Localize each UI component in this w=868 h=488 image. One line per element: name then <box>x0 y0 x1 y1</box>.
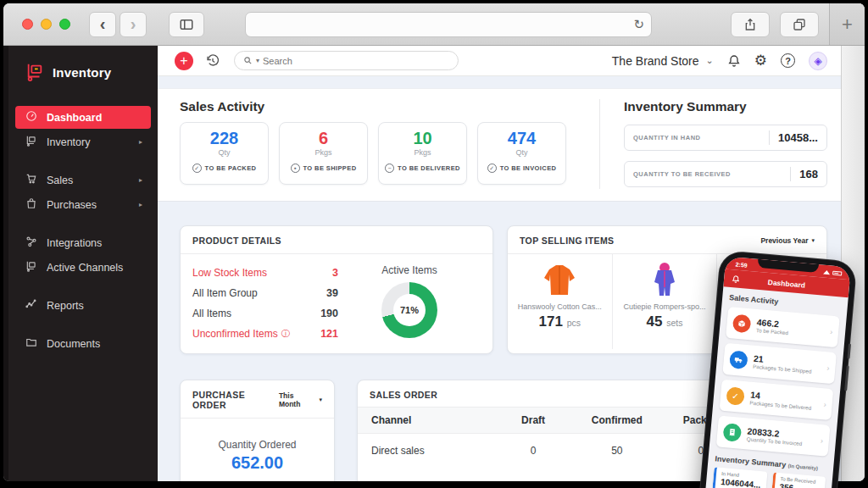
history-clock-icon <box>205 53 220 69</box>
info-icon[interactable]: ⓘ <box>281 328 290 340</box>
row-value: 121 <box>320 328 338 340</box>
phone-in-hand-card[interactable]: In Hand 1046044... <box>712 467 767 488</box>
back-button[interactable]: ‹ <box>89 12 116 37</box>
col-confirmed: Confirmed <box>575 408 659 434</box>
stat-value: 228 <box>210 129 238 147</box>
quantity-to-be-received-field: QUANTITY TO BE RECEIVED 168 <box>624 161 827 187</box>
top-selling-period-dropdown[interactable]: Previous Year ▾ <box>760 236 815 245</box>
search-scope-caret-icon[interactable]: ▾ <box>256 57 259 64</box>
product-details-title: PRODUCT DETAILS <box>192 236 281 246</box>
product-qty: 171 <box>539 313 563 330</box>
phone-to-be-received-card[interactable]: To Be Received 356 <box>771 472 826 488</box>
stat-unit: Pkgs <box>414 148 431 157</box>
sidebar-item-integrations[interactable]: Integrations <box>15 231 151 254</box>
stat-card-to-be-delivered[interactable]: 10 Pkgs − TO BE DELIVERED <box>378 122 467 185</box>
reload-icon[interactable]: ↻ <box>633 17 644 32</box>
stat-card-to-be-packed[interactable]: 228 Qty ✓ TO BE PACKED <box>180 122 269 185</box>
row-value: 190 <box>320 308 338 319</box>
period-label: This Month <box>279 391 316 408</box>
stat-label: TO BE SHIPPED <box>303 164 357 172</box>
sidebar-label-reports: Reports <box>47 300 84 312</box>
sidebar-toggle-icon <box>179 17 194 32</box>
window-controls <box>22 19 70 30</box>
back-icon: ‹ <box>100 14 106 34</box>
handtruck-logo-icon <box>25 63 44 81</box>
stat-label: TO BE DELIVERED <box>398 164 460 172</box>
sidebar-item-sales[interactable]: Sales ▸ <box>15 169 151 191</box>
new-tab-button[interactable]: + <box>829 3 865 45</box>
unconfirmed-items-link[interactable]: Unconfirmed Items <box>192 328 278 340</box>
all-item-group-link[interactable]: All Item Group <box>192 287 258 299</box>
col-channel: Channel <box>358 408 492 434</box>
stat-value: 10 <box>413 129 431 147</box>
tab-overview-button[interactable] <box>780 12 819 37</box>
phone-card-to-be-packed[interactable]: 466.2 To be Packed › <box>726 307 840 347</box>
phone-inventory-summary-title: Inventory Summary <box>715 454 787 469</box>
forward-button[interactable]: › <box>120 12 147 37</box>
chevron-right-icon: › <box>821 436 824 445</box>
sales-activity-title: Sales Activity <box>180 99 594 114</box>
sidebar-item-reports[interactable]: Reports <box>15 294 151 317</box>
address-input[interactable] <box>253 19 633 30</box>
diamond-icon: ◈ <box>814 55 821 67</box>
stat-card-to-be-shipped[interactable]: 6 Pkgs ● TO BE SHIPPED <box>279 122 368 185</box>
quick-create-button[interactable]: + <box>175 52 193 70</box>
search-input[interactable] <box>263 56 449 66</box>
phone-card-packages-shipped[interactable]: 21 Packages To be Shipped › <box>722 343 837 384</box>
sidebar-item-purchases[interactable]: Purchases ▸ <box>15 193 151 216</box>
global-search[interactable]: ▾ <box>234 51 459 70</box>
sidebar-item-documents[interactable]: Documents <box>15 332 151 355</box>
mobile-app-mockup: 2:59 Dashboard Sales Activity 466 <box>696 251 856 488</box>
notifications-button[interactable] <box>727 54 741 68</box>
unconfirmed-items-row: Unconfirmed Items ⓘ 121 <box>192 324 338 344</box>
top-selling-item-2[interactable]: Cutiepie Rompers-spo... 45 sets <box>613 254 718 349</box>
stat-card-to-be-invoiced[interactable]: 474 Qty ✓ TO BE INVOICED <box>477 122 566 185</box>
purchase-order-period-dropdown[interactable]: This Month ▾ <box>279 391 322 408</box>
chevron-right-icon: › <box>830 327 833 336</box>
chevron-down-icon: ▾ <box>319 396 322 403</box>
low-stock-items-link[interactable]: Low Stock Items <box>192 267 267 279</box>
settings-button[interactable]: ⚙ <box>754 52 767 69</box>
top-summary-band: Sales Activity 228 Qty ✓ TO BE PACKED <box>158 88 841 202</box>
org-dropdown-caret-icon[interactable]: ⌄ <box>706 55 714 66</box>
stat-value: 6 <box>319 129 328 147</box>
sidebar-item-inventory[interactable]: Inventory ▸ <box>15 130 151 153</box>
sidebar-label-documents: Documents <box>47 338 100 350</box>
submenu-arrow-icon: ▸ <box>139 138 142 146</box>
account-button[interactable]: ◈ <box>809 52 827 70</box>
recent-history-button[interactable] <box>205 53 220 69</box>
inv-label: QUANTITY IN HAND <box>633 134 769 141</box>
share-button[interactable] <box>731 12 770 37</box>
phone-card-packages-delivered[interactable]: ✓ 14 Packages To be Delivered › <box>720 380 834 420</box>
all-items-link[interactable]: All Items <box>192 308 231 319</box>
top-selling-item-1[interactable]: Hanswooly Cotton Cas... 171 pcs <box>508 254 613 349</box>
address-bar[interactable]: ↻ <box>245 12 652 37</box>
minimize-window-button[interactable] <box>41 19 52 30</box>
phone-screen: 2:59 Dashboard Sales Activity 466 <box>702 257 851 488</box>
submenu-arrow-icon: ▸ <box>139 176 142 184</box>
submenu-arrow-icon: ▸ <box>139 201 142 208</box>
truck-icon <box>729 350 748 369</box>
sidebar-label-active-channels: Active Channels <box>47 262 123 274</box>
phone-inventory-summary-suffix: (In Quantity) <box>787 463 818 471</box>
cell-channel: Direct sales <box>358 434 492 469</box>
sidebar-item-active-channels[interactable]: Active Channels <box>15 256 151 279</box>
sidebar-item-dashboard[interactable]: Dashboard <box>15 106 151 129</box>
share-icon <box>743 18 757 31</box>
app-logo[interactable]: Inventory <box>8 46 158 93</box>
product-name: Cutiepie Rompers-spo... <box>623 302 705 311</box>
phone-card-quantity-invoiced[interactable]: 20833.2 Quantity To be Invoiced › <box>716 415 831 456</box>
product-name: Hanswooly Cotton Cas... <box>518 302 602 311</box>
folder-icon <box>25 336 37 351</box>
close-window-button[interactable] <box>22 19 33 30</box>
maximize-window-button[interactable] <box>59 19 70 30</box>
quantity-ordered-label: Quantity Ordered <box>218 439 296 451</box>
org-name[interactable]: The Brand Store <box>612 54 699 68</box>
top-selling-title: TOP SELLING ITEMS <box>520 236 614 246</box>
sidebar-toggle-button[interactable] <box>169 12 204 37</box>
package-icon <box>732 314 752 334</box>
help-button[interactable]: ? <box>781 53 795 68</box>
product-qty: 45 <box>647 313 663 330</box>
integrations-icon <box>25 236 37 250</box>
check-circle-icon: ✓ <box>487 164 497 173</box>
